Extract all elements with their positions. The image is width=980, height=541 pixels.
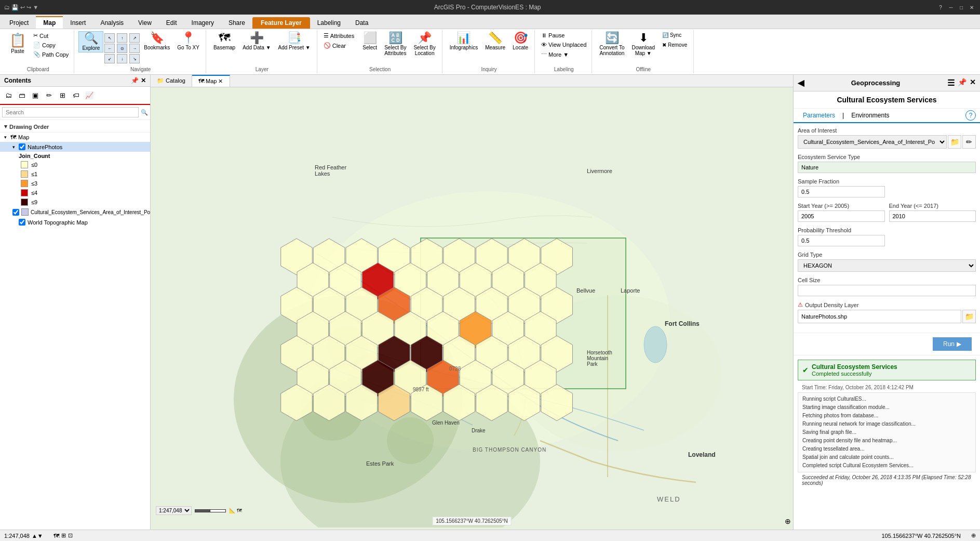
minimize-btn[interactable]: ─ (947, 3, 955, 11)
list-by-selection-btn[interactable]: ▣ (29, 89, 42, 101)
nav-arrow-ur[interactable]: ↗ (129, 33, 140, 43)
tab-edit[interactable]: Edit (159, 17, 184, 29)
nav-arrow-c[interactable]: ⊙ (117, 44, 127, 53)
select-btn[interactable]: ⬜ Select (359, 31, 380, 51)
grid-type-select[interactable]: HEXAGON SQUARE (798, 259, 976, 272)
clear-btn[interactable]: 🚫 Clear (321, 41, 356, 50)
world-topo-checkbox[interactable] (19, 219, 25, 226)
nav-arrow-l[interactable]: ← (104, 44, 115, 53)
copy-btn[interactable]: 📄 Copy (31, 41, 71, 49)
tab-data[interactable]: Data (348, 17, 375, 29)
gps-icon[interactable]: ⊕ (971, 532, 976, 539)
map-controls-status[interactable]: 🗺 ⊞ ⊡ (53, 532, 73, 539)
tab-labeling[interactable]: Labeling (310, 17, 348, 29)
geo-help-btn[interactable]: ? (965, 110, 976, 121)
tab-insert[interactable]: Insert (63, 17, 93, 29)
paste-btn[interactable]: 📋 Paste (5, 31, 30, 55)
maximize-btn[interactable]: □ (957, 3, 965, 11)
probability-threshold-param: Probability Threshold (798, 227, 885, 246)
tab-imagery[interactable]: Imagery (184, 17, 221, 29)
list-by-charts-btn[interactable]: 📈 (83, 89, 96, 101)
area-of-interest-folder-btn[interactable]: 📁 (948, 135, 961, 149)
nav-arrow-r[interactable]: → (129, 44, 140, 53)
cultural-ecosystem-checkbox[interactable] (12, 209, 19, 216)
explore-btn[interactable]: 🔍 Explore (78, 31, 103, 52)
tab-share[interactable]: Share (221, 17, 252, 29)
search-icon[interactable]: 🔍 (141, 109, 148, 116)
cut-btn[interactable]: ✂ Cut (31, 31, 71, 40)
contents-pin-btn[interactable]: 📌 (131, 77, 139, 84)
sample-fraction-input[interactable] (798, 186, 885, 197)
tab-project[interactable]: Project (2, 17, 36, 29)
close-btn[interactable]: ✕ (968, 3, 976, 11)
nav-arrow-ul[interactable]: ↖ (104, 33, 115, 43)
bookmarks-btn[interactable]: 🔖 Bookmarks (141, 31, 173, 51)
geo-pin-btn[interactable]: 📌 (958, 78, 966, 88)
list-by-drawing-order-btn[interactable]: 🗂 (2, 89, 15, 101)
area-of-interest-select[interactable]: Cultural_Ecosystem_Services_Area_of_Inte… (798, 135, 947, 149)
geo-tab-environments[interactable]: Environments (846, 109, 894, 122)
output-density-layer-input[interactable] (798, 310, 961, 323)
nav-arrow-d[interactable]: ↓ (117, 54, 127, 63)
list-by-snapping-btn[interactable]: ⊞ (56, 89, 69, 101)
add-data-btn[interactable]: ➕ Add Data ▼ (239, 31, 274, 51)
search-bar: 🔍 (0, 105, 150, 120)
start-year-input[interactable] (798, 210, 885, 222)
map-canvas[interactable]: Red FeatherLakes Livermore Bellvue Lapor… (151, 87, 793, 527)
scale-arrows[interactable]: ▲▼ (32, 533, 43, 539)
tab-view[interactable]: View (131, 17, 159, 29)
tab-analysis[interactable]: Analysis (93, 17, 131, 29)
tab-feature-layer[interactable]: Feature Layer (252, 17, 310, 29)
tab-map[interactable]: Map (36, 16, 63, 29)
probability-threshold-input[interactable] (798, 235, 885, 246)
nav-arrow-dl[interactable]: ↙ (104, 54, 115, 63)
result-status: Completed successfully (812, 371, 897, 377)
area-of-interest-edit-btn[interactable]: ✏ (962, 135, 976, 149)
cultural-ecosystem-layer-item[interactable]: Cultural_Ecosystem_Services_Area_of_Inte… (0, 207, 150, 217)
select-by-attributes-btn[interactable]: 🔠 Select ByAttributes (381, 31, 409, 57)
download-map-btn[interactable]: ⬇ DownloadMap ▼ (628, 31, 657, 57)
pause-btn[interactable]: ⏸ Pause (539, 31, 567, 39)
scale-dropdown[interactable]: 1:247,048 (156, 506, 192, 515)
attributes-btn[interactable]: ☰ Attributes (321, 31, 356, 40)
run-button[interactable]: Run ▶ (933, 337, 972, 351)
cell-size-input[interactable] (798, 285, 976, 296)
convert-annotation-btn[interactable]: 🔄 Convert ToAnnotation (596, 31, 627, 57)
add-preset-btn[interactable]: 📑 Add Preset ▼ (275, 31, 314, 51)
remove-btn[interactable]: ✖ Remove (659, 41, 690, 49)
geo-close-btn[interactable]: ✕ (970, 78, 976, 88)
infographics-btn[interactable]: 📊 Infographics (447, 31, 481, 51)
list-by-data-source-btn[interactable]: 🗃 (16, 89, 28, 101)
view-unplaced-btn[interactable]: 👁 View Unplaced (539, 41, 588, 49)
locate-btn[interactable]: 🎯 Locate (509, 31, 531, 51)
nav-arrow-u[interactable]: ↑ (117, 33, 127, 43)
catalog-tab[interactable]: 📁 Catalog (151, 75, 192, 87)
basemap-btn[interactable]: 🗺 Basemap (210, 31, 238, 51)
world-topo-layer-item[interactable]: World Topographic Map (0, 217, 150, 227)
result-title: Cultural Ecosystem Services (812, 363, 897, 371)
search-input[interactable] (2, 107, 139, 117)
select-by-location-btn[interactable]: 📌 Select ByLocation (410, 31, 438, 57)
map-layer-item[interactable]: ▾ 🗺 Map (0, 133, 150, 142)
map-controls-corner[interactable]: ⊕ (785, 517, 791, 525)
map-tab[interactable]: 🗺 Map ✕ (192, 75, 230, 87)
list-by-editing-btn[interactable]: ✏ (43, 89, 55, 101)
go-to-xy-btn[interactable]: 📍 Go To XY (174, 31, 203, 51)
sync-btn[interactable]: 🔃 Sync (659, 31, 690, 39)
nav-arrow-dr[interactable]: ↘ (129, 54, 140, 63)
contents-close-btn[interactable]: ✕ (141, 77, 146, 84)
scale-icons[interactable]: 📐 🗺 (229, 508, 242, 513)
measure-btn[interactable]: 📏 Measure (482, 31, 508, 51)
nature-photos-layer-item[interactable]: ▾ NaturePhotos (0, 142, 150, 152)
nature-photos-checkbox[interactable] (19, 143, 25, 150)
geo-tab-parameters[interactable]: Parameters (798, 109, 840, 123)
geo-back-btn[interactable]: ◀ (798, 78, 804, 88)
more-btn[interactable]: ⋯ More ▼ (539, 50, 571, 59)
ecosystem-service-type-input[interactable] (798, 162, 976, 173)
help-btn[interactable]: ? (936, 3, 945, 11)
geo-menu-btn[interactable]: ☰ (947, 78, 955, 88)
list-by-labeling-btn[interactable]: 🏷 (70, 89, 82, 101)
copy-path-btn[interactable]: 📎 Path Copy (31, 50, 71, 59)
output-density-folder-btn[interactable]: 📁 (962, 310, 976, 323)
end-year-input[interactable] (889, 210, 976, 222)
